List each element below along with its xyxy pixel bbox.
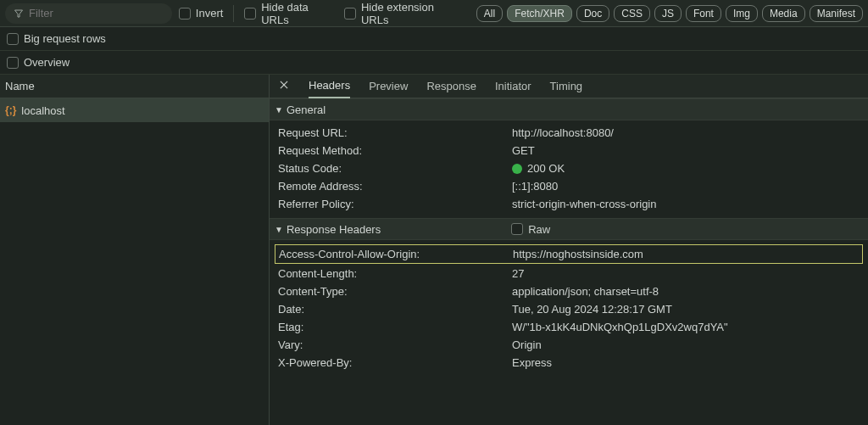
- filter-pills: AllFetch/XHRDocCSSJSFontImgMediaManifest: [476, 5, 863, 22]
- header-row: Request URL:http://localhost:8080/: [270, 124, 868, 142]
- header-key: Remote Address:: [278, 180, 512, 193]
- header-row: Content-Type:application/json; charset=u…: [270, 282, 868, 300]
- invert-checkbox[interactable]: Invert: [179, 7, 224, 20]
- header-row: Content-Length:27: [270, 265, 868, 282]
- big-request-rows-label: Big request rows: [24, 32, 106, 45]
- tab-preview[interactable]: Preview: [369, 75, 408, 98]
- hide-data-urls-checkbox[interactable]: Hide data URLs: [244, 1, 337, 26]
- main-split: Name {;}localhost HeadersPreviewResponse…: [0, 75, 868, 425]
- section-response-headers-title: Response Headers: [287, 223, 381, 236]
- header-value: W/"1b-x1kK4uDNkQxhQp1LgDXv2wq7dYA": [512, 321, 860, 333]
- tab-timing[interactable]: Timing: [550, 75, 583, 98]
- header-key: X-Powered-By:: [278, 356, 512, 369]
- filter-pill-manifest[interactable]: Manifest: [810, 5, 863, 22]
- raw-checkbox[interactable]: Raw: [511, 223, 550, 236]
- header-value: [::1]:8080: [512, 180, 860, 193]
- overview-checkbox[interactable]: Overview: [7, 56, 70, 69]
- header-row: Referrer Policy:strict-origin-when-cross…: [270, 195, 868, 213]
- header-value: Express: [512, 356, 860, 369]
- checkbox-icon: [7, 57, 19, 69]
- checkbox-icon: [511, 223, 523, 235]
- request-list-panel: Name {;}localhost: [0, 75, 270, 425]
- section-response-headers-header[interactable]: ▼ Response Headers Raw: [270, 218, 868, 240]
- status-dot-icon: [512, 164, 522, 174]
- svg-marker-0: [15, 10, 23, 17]
- header-value: GET: [512, 144, 860, 157]
- header-row: Etag:W/"1b-x1kK4uDNkQxhQp1LgDXv2wq7dYA": [270, 318, 868, 336]
- header-value: strict-origin-when-cross-origin: [512, 198, 860, 210]
- filter-input-wrap[interactable]: [5, 3, 172, 24]
- filter-icon: [14, 8, 24, 19]
- section-general-title: General: [287, 103, 326, 116]
- big-request-rows-row: Big request rows: [0, 27, 868, 51]
- header-key: Content-Length:: [278, 267, 512, 280]
- close-icon[interactable]: [275, 77, 293, 95]
- checkbox-icon: [7, 33, 19, 45]
- hide-ext-urls-label: Hide extension URLs: [361, 1, 463, 26]
- filter-pill-doc[interactable]: Doc: [576, 5, 609, 22]
- header-value: https://noghostsinside.com: [513, 248, 859, 260]
- name-column-header[interactable]: Name: [0, 75, 269, 98]
- header-value: application/json; charset=utf-8: [512, 285, 860, 298]
- overview-row: Overview: [0, 51, 868, 75]
- header-value: Origin: [512, 338, 860, 351]
- header-key: Access-Control-Allow-Origin:: [279, 248, 513, 260]
- header-value: Tue, 20 Aug 2024 12:28:17 GMT: [512, 303, 860, 316]
- header-row: Remote Address:[::1]:8080: [270, 177, 868, 195]
- tab-response[interactable]: Response: [426, 75, 476, 98]
- header-value: 200 OK: [512, 162, 860, 175]
- header-row: Date:Tue, 20 Aug 2024 12:28:17 GMT: [270, 300, 868, 318]
- checkbox-icon: [344, 8, 356, 20]
- big-request-rows-checkbox[interactable]: Big request rows: [7, 32, 106, 45]
- hide-data-urls-label: Hide data URLs: [261, 1, 337, 26]
- detail-panel: HeadersPreviewResponseInitiatorTiming ▼ …: [270, 75, 868, 425]
- request-row[interactable]: {;}localhost: [0, 98, 269, 122]
- header-key: Request Method:: [278, 144, 512, 157]
- request-name: localhost: [21, 104, 64, 117]
- hide-extension-urls-checkbox[interactable]: Hide extension URLs: [344, 1, 463, 26]
- filter-pill-all[interactable]: All: [476, 5, 503, 22]
- tab-headers[interactable]: Headers: [309, 75, 350, 98]
- header-key: Referrer Policy:: [278, 198, 512, 210]
- header-value: 27: [512, 267, 860, 280]
- invert-label: Invert: [196, 7, 224, 20]
- header-key: Content-Type:: [278, 285, 512, 298]
- separator: [233, 5, 234, 22]
- tab-initiator[interactable]: Initiator: [495, 75, 531, 98]
- checkbox-icon: [179, 8, 191, 20]
- json-icon: {;}: [5, 104, 16, 116]
- section-response-headers-body: Access-Control-Allow-Origin:https://nogh…: [270, 240, 868, 377]
- header-row: X-Powered-By:Express: [270, 354, 868, 372]
- header-key: Date:: [278, 303, 512, 316]
- header-row: Access-Control-Allow-Origin:https://nogh…: [275, 244, 863, 264]
- header-key: Etag:: [278, 321, 512, 333]
- section-general-header[interactable]: ▼ General: [270, 98, 868, 120]
- filter-pill-media[interactable]: Media: [762, 5, 805, 22]
- overview-label: Overview: [24, 56, 70, 69]
- header-key: Request URL:: [278, 126, 512, 139]
- disclosure-triangle-icon: ▼: [275, 105, 283, 115]
- header-key: Status Code:: [278, 162, 512, 175]
- filter-pill-img[interactable]: Img: [726, 5, 758, 22]
- disclosure-triangle-icon: ▼: [275, 225, 283, 234]
- network-toolbar: Invert Hide data URLs Hide extension URL…: [0, 0, 868, 27]
- filter-input[interactable]: [29, 7, 164, 20]
- raw-label: Raw: [528, 223, 550, 236]
- header-row: Status Code:200 OK: [270, 159, 868, 177]
- header-row: Request Method:GET: [270, 142, 868, 159]
- section-general-body: Request URL:http://localhost:8080/Reques…: [270, 120, 868, 218]
- header-row: Vary:Origin: [270, 336, 868, 354]
- detail-tabs: HeadersPreviewResponseInitiatorTiming: [270, 75, 868, 98]
- header-value: http://localhost:8080/: [512, 126, 860, 139]
- filter-pill-js[interactable]: JS: [654, 5, 682, 22]
- filter-pill-fetchxhr[interactable]: Fetch/XHR: [507, 5, 572, 22]
- checkbox-icon: [244, 8, 256, 20]
- filter-pill-font[interactable]: Font: [686, 5, 721, 22]
- filter-pill-css[interactable]: CSS: [614, 5, 650, 22]
- header-key: Vary:: [278, 338, 512, 351]
